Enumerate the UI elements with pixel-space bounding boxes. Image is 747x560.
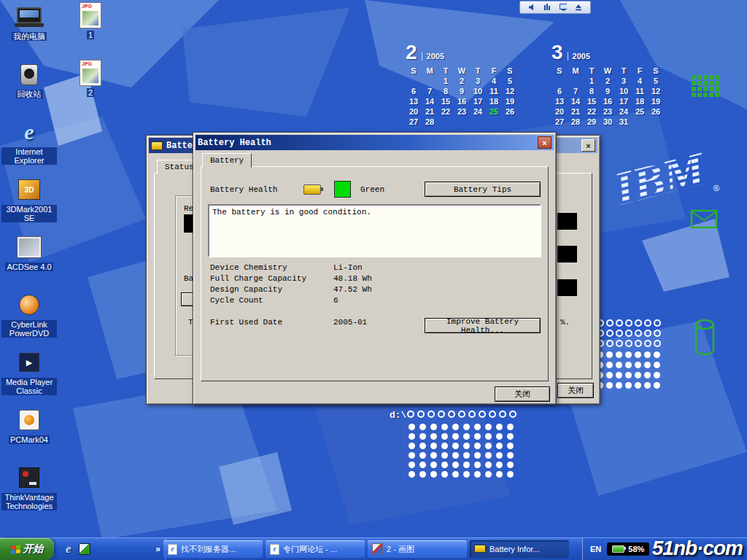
desktop-item[interactable]: CyberLink PowerDVD [1,291,57,349]
desktop-item[interactable]: ▶Media Player Classic [1,349,57,406]
desktop-item[interactable]: 回收站 [1,61,57,118]
calendar-day[interactable]: 22 [438,107,454,117]
wallpaper-dot [616,340,623,347]
dialog-close-button[interactable]: × [538,136,551,149]
desktop-item-label: 我的电脑 [12,32,47,41]
desktop-item[interactable]: 我的电脑 [1,3,57,61]
tray-battery-indicator[interactable]: 58% [607,542,649,556]
calendar-day[interactable]: 1 [584,77,600,86]
task-button[interactable]: e专门网论坛 - ... [266,540,365,558]
calendar-day[interactable]: 21 [422,107,438,117]
desktop-item[interactable]: ThinkVantage Technologies [1,464,57,521]
calendar-day[interactable]: 20 [406,107,422,117]
calendar-day[interactable]: 15 [438,97,454,106]
desktop-item[interactable]: 3D3DMark2001 SE [1,176,57,233]
start-button[interactable]: 开始 [0,538,54,560]
condition-textbox[interactable]: The battery is in good condition. [208,204,541,257]
calendar-day[interactable]: 12 [648,87,664,96]
calendar-day[interactable]: 9 [600,87,616,96]
calendar-day[interactable]: 24 [616,107,632,117]
calendar-day[interactable]: 25 [632,107,648,117]
speaker-icon[interactable] [528,4,535,11]
calendar-day[interactable]: 18 [486,97,502,106]
improve-battery-health-button[interactable]: Improve Battery Health... [425,318,541,333]
calendar-day[interactable]: 28 [422,117,438,127]
media-quick-icon[interactable] [79,543,90,555]
calendar-day[interactable]: 29 [584,117,600,127]
calendar-day[interactable]: 17 [616,97,632,106]
calendar-day[interactable]: 15 [584,97,600,106]
info-value: 47.52 Wh [333,284,372,295]
language-indicator[interactable]: EN [590,545,601,553]
chevron-icon[interactable]: » [155,544,160,554]
calendar-day[interactable]: 23 [454,107,470,117]
calendar-day[interactable]: 27 [406,117,422,127]
calendar-day[interactable]: 14 [568,97,584,106]
calendar-day[interactable]: 2 [600,77,616,86]
calendar-day[interactable]: 23 [600,107,616,117]
bg-close-button[interactable]: 关闭 [557,383,594,398]
calendar-day[interactable]: 14 [422,97,438,106]
calendar-day[interactable]: 19 [648,97,664,106]
calendar-day[interactable]: 28 [568,117,584,127]
task-button[interactable]: Battery Infor... [470,540,569,558]
desktop-item[interactable]: ACDSee 4.0 [1,233,57,291]
calendar-day[interactable]: 5 [502,77,518,86]
calendar-day[interactable]: 11 [486,87,502,96]
display-icon[interactable] [560,4,567,11]
calendar-day[interactable]: 31 [616,117,632,127]
eject-icon[interactable] [575,4,582,11]
calendar-day[interactable]: 5 [648,77,664,86]
desktop-file-item[interactable]: JPG1 [69,1,112,59]
desktop-item[interactable]: PCMark04 [1,406,57,464]
calendar-day[interactable]: 13 [406,97,422,106]
floating-toolbar[interactable] [519,1,591,14]
calendar-day[interactable]: 12 [502,87,518,96]
mixer-icon[interactable] [543,4,551,11]
calendar-day[interactable]: 20 [551,107,568,117]
calendar-day[interactable]: 25 [486,107,502,117]
calendar-day[interactable]: 27 [551,117,568,127]
calendar-day[interactable]: 9 [454,87,470,96]
dialog-close-ok-button[interactable]: 关闭 [495,386,550,402]
calendar-day[interactable]: 21 [568,107,584,117]
calendar-day[interactable]: 26 [648,107,664,117]
battery-health-dialog[interactable]: Battery Health × Battery Battery Health … [193,132,557,405]
calendar-day[interactable]: 8 [438,87,454,96]
desktop-file-item[interactable]: JPG2 [69,59,112,117]
calendar-day[interactable]: 11 [632,87,648,96]
calendar-day[interactable]: 18 [632,97,648,106]
calendar-day[interactable]: 2 [454,77,470,86]
calendar-day[interactable]: 16 [600,97,616,106]
calendar-day[interactable]: 13 [551,97,568,106]
calendar-day[interactable]: 16 [454,97,470,106]
calendar-day[interactable]: 6 [551,87,568,96]
task-button[interactable]: 2 - 画图 [368,540,467,558]
calendar-day[interactable]: 7 [568,87,584,96]
calendar-day[interactable]: 6 [406,87,422,96]
tab-battery[interactable]: Battery [202,153,252,168]
calendar-day[interactable]: 30 [600,117,616,127]
calendar-day[interactable]: 1 [438,77,454,86]
calendar-day[interactable]: 4 [632,77,648,86]
calendar-day[interactable]: 3 [470,77,486,86]
calendar-day[interactable]: 19 [502,97,518,106]
calendar-day[interactable]: 10 [470,87,486,96]
battery-window-icon [151,141,163,150]
calendar-day[interactable]: 8 [584,87,600,96]
calendar-day[interactable]: 10 [616,87,632,96]
task-button[interactable]: e找不到服务器... [163,540,263,558]
calendar-day[interactable]: 3 [616,77,632,86]
calendar-day[interactable]: 4 [486,77,502,86]
battery-tips-button[interactable]: Battery Tips [425,182,541,197]
calendar-day[interactable]: 17 [470,97,486,106]
ie-quick-icon[interactable]: e [66,542,71,556]
desktop-file-label: 2 [87,88,94,97]
calendar-day[interactable]: 22 [584,107,600,117]
bg-window-close-button[interactable]: × [581,139,595,152]
calendar-day[interactable]: 24 [470,107,486,117]
calendar-day[interactable]: 26 [502,107,518,117]
calendar-day[interactable]: 7 [422,87,438,96]
dialog-titlebar[interactable]: Battery Health × [196,135,554,150]
desktop-item[interactable]: eInternet Explorer [1,118,57,176]
